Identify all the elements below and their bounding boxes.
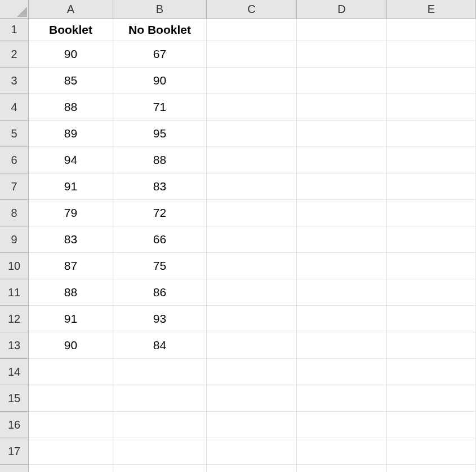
column-header-B[interactable]: B <box>113 0 207 19</box>
cell-B7[interactable]: 83 <box>113 173 207 200</box>
cell-B2[interactable]: 67 <box>113 41 207 68</box>
cell-A7[interactable]: 91 <box>29 173 113 200</box>
cell-D15[interactable] <box>297 385 387 412</box>
cell-C9[interactable] <box>207 226 297 253</box>
cell-A18[interactable] <box>29 465 113 472</box>
cell-D10[interactable] <box>297 253 387 279</box>
cell-B3[interactable]: 90 <box>113 68 207 94</box>
cell-D1[interactable] <box>297 19 387 41</box>
row-header-1[interactable]: 1 <box>0 19 29 41</box>
cell-E6[interactable] <box>387 147 476 173</box>
cell-C17[interactable] <box>207 438 297 465</box>
cell-A1[interactable]: Booklet <box>29 19 113 41</box>
column-header-E[interactable]: E <box>387 0 476 19</box>
row-header-13[interactable]: 13 <box>0 332 29 359</box>
cell-B15[interactable] <box>113 385 207 412</box>
cell-A5[interactable]: 89 <box>29 121 113 147</box>
row-header-11[interactable]: 11 <box>0 279 29 306</box>
cell-D14[interactable] <box>297 359 387 385</box>
row-header-14[interactable]: 14 <box>0 359 29 385</box>
cell-D11[interactable] <box>297 279 387 306</box>
cell-D18[interactable] <box>297 465 387 472</box>
cell-A9[interactable]: 83 <box>29 226 113 253</box>
row-header-17[interactable]: 17 <box>0 438 29 465</box>
cell-A6[interactable]: 94 <box>29 147 113 173</box>
cell-E3[interactable] <box>387 68 476 94</box>
cell-B1[interactable]: No Booklet <box>113 19 207 41</box>
cell-E1[interactable] <box>387 19 476 41</box>
cell-E9[interactable] <box>387 226 476 253</box>
cell-A8[interactable]: 79 <box>29 200 113 226</box>
cell-C11[interactable] <box>207 279 297 306</box>
cell-C13[interactable] <box>207 332 297 359</box>
cell-E5[interactable] <box>387 121 476 147</box>
cell-B11[interactable]: 86 <box>113 279 207 306</box>
cell-A10[interactable]: 87 <box>29 253 113 279</box>
cell-E14[interactable] <box>387 359 476 385</box>
cell-C14[interactable] <box>207 359 297 385</box>
row-header-6[interactable]: 6 <box>0 147 29 173</box>
cell-C12[interactable] <box>207 306 297 332</box>
cell-B6[interactable]: 88 <box>113 147 207 173</box>
cell-D5[interactable] <box>297 121 387 147</box>
select-all-corner[interactable] <box>0 0 29 19</box>
cell-C6[interactable] <box>207 147 297 173</box>
cell-D12[interactable] <box>297 306 387 332</box>
cell-C10[interactable] <box>207 253 297 279</box>
cell-E7[interactable] <box>387 173 476 200</box>
cell-E15[interactable] <box>387 385 476 412</box>
cell-D17[interactable] <box>297 438 387 465</box>
cell-A15[interactable] <box>29 385 113 412</box>
column-header-D[interactable]: D <box>297 0 387 19</box>
cell-C16[interactable] <box>207 412 297 438</box>
row-header-8[interactable]: 8 <box>0 200 29 226</box>
cell-C18[interactable] <box>207 465 297 472</box>
row-header-2[interactable]: 2 <box>0 41 29 68</box>
cell-B12[interactable]: 93 <box>113 306 207 332</box>
cell-A3[interactable]: 85 <box>29 68 113 94</box>
row-header-15[interactable]: 15 <box>0 385 29 412</box>
cell-D7[interactable] <box>297 173 387 200</box>
cell-B17[interactable] <box>113 438 207 465</box>
cell-C8[interactable] <box>207 200 297 226</box>
cell-E16[interactable] <box>387 412 476 438</box>
column-header-A[interactable]: A <box>29 0 113 19</box>
cell-C3[interactable] <box>207 68 297 94</box>
cell-A12[interactable]: 91 <box>29 306 113 332</box>
cell-B4[interactable]: 71 <box>113 94 207 121</box>
row-header-9[interactable]: 9 <box>0 226 29 253</box>
cell-C1[interactable] <box>207 19 297 41</box>
column-header-C[interactable]: C <box>207 0 297 19</box>
cell-D16[interactable] <box>297 412 387 438</box>
cell-B13[interactable]: 84 <box>113 332 207 359</box>
cell-B8[interactable]: 72 <box>113 200 207 226</box>
cell-B5[interactable]: 95 <box>113 121 207 147</box>
cell-E17[interactable] <box>387 438 476 465</box>
cell-E12[interactable] <box>387 306 476 332</box>
row-header-4[interactable]: 4 <box>0 94 29 121</box>
cell-B16[interactable] <box>113 412 207 438</box>
cell-A13[interactable]: 90 <box>29 332 113 359</box>
cell-A4[interactable]: 88 <box>29 94 113 121</box>
row-header-12[interactable]: 12 <box>0 306 29 332</box>
cell-E8[interactable] <box>387 200 476 226</box>
cell-A14[interactable] <box>29 359 113 385</box>
row-header-3[interactable]: 3 <box>0 68 29 94</box>
cell-D2[interactable] <box>297 41 387 68</box>
cell-D3[interactable] <box>297 68 387 94</box>
row-header-7[interactable]: 7 <box>0 173 29 200</box>
cell-E2[interactable] <box>387 41 476 68</box>
cell-C7[interactable] <box>207 173 297 200</box>
cell-C15[interactable] <box>207 385 297 412</box>
cell-B10[interactable]: 75 <box>113 253 207 279</box>
cell-E4[interactable] <box>387 94 476 121</box>
cell-A17[interactable] <box>29 438 113 465</box>
cell-E11[interactable] <box>387 279 476 306</box>
cell-D13[interactable] <box>297 332 387 359</box>
cell-D4[interactable] <box>297 94 387 121</box>
cell-C2[interactable] <box>207 41 297 68</box>
cell-E10[interactable] <box>387 253 476 279</box>
cell-C5[interactable] <box>207 121 297 147</box>
cell-B18[interactable] <box>113 465 207 472</box>
row-header-18[interactable]: 18 <box>0 465 29 472</box>
